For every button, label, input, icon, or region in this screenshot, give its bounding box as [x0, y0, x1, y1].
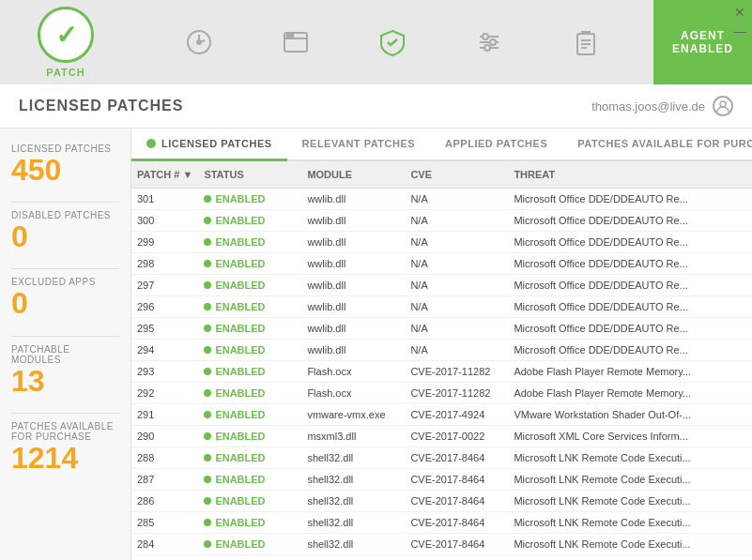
cell-patch-id: 296	[131, 296, 198, 318]
table-row[interactable]: 297 ENABLED wwlib.dll N/A Microsoft Offi…	[131, 275, 752, 296]
cell-status: ENABLED	[198, 491, 301, 512]
table-row[interactable]: 292 ENABLED Flash.ocx CVE-2017-11282 Ado…	[131, 383, 752, 404]
status-text: ENABLED	[215, 344, 265, 356]
user-email: thomas.joos@live.de	[591, 99, 705, 114]
cell-threat: Microsoft LNK Remote Code Executi...	[508, 469, 752, 491]
col-header-patch[interactable]: PATCH # ▼	[131, 161, 198, 189]
window-nav-icon[interactable]	[281, 27, 311, 57]
minimize-button[interactable]: —	[732, 23, 747, 38]
status-dot-icon	[204, 195, 211, 203]
status-dot-icon	[204, 519, 211, 526]
cell-module: shell32.dll	[301, 491, 405, 512]
cell-cve: CVE-2017-8464	[405, 491, 508, 512]
status-text: ENABLED	[215, 236, 265, 248]
excluded-apps-value: 0	[11, 287, 119, 320]
cell-status: ENABLED	[198, 512, 301, 534]
tab-licensed-patches-label: LICENSED PATCHES	[161, 138, 272, 149]
cell-threat: Adobe Flash Player Remote Memory...	[508, 361, 752, 383]
table-row[interactable]: 291 ENABLED vmware-vmx.exe CVE-2017-4924…	[131, 404, 752, 426]
status-dot-icon	[204, 476, 211, 483]
table-row[interactable]: 284 ENABLED shell32.dll CVE-2017-8464 Mi…	[131, 534, 752, 555]
patch-check-icon: ✓	[55, 20, 77, 51]
cell-module: shell32.dll	[301, 469, 405, 491]
table-row[interactable]: 287 ENABLED shell32.dll CVE-2017-8464 Mi…	[131, 469, 752, 491]
app-container: ✓ PATCH	[0, 0, 752, 560]
svg-point-15	[720, 101, 726, 107]
cell-cve: CVE-2017-8464	[405, 555, 508, 561]
table-row[interactable]: 290 ENABLED msxml3.dll CVE-2017-0022 Mic…	[131, 426, 752, 447]
cell-cve: CVE-2017-8464	[405, 469, 508, 491]
patches-table: PATCH # ▼ STATUS MODULE CVE THREAT 301 E…	[131, 161, 752, 560]
table-row[interactable]: 286 ENABLED shell32.dll CVE-2017-8464 Mi…	[131, 491, 752, 512]
status-dot-icon	[204, 368, 211, 375]
close-button[interactable]: ✕	[732, 5, 747, 20]
cell-threat: Microsoft LNK Remote Code Executi...	[508, 491, 752, 512]
cell-threat: Microsoft LNK Remote Code Executi...	[508, 447, 752, 469]
cell-cve: CVE-2017-4924	[405, 404, 508, 426]
cell-cve: N/A	[405, 296, 508, 318]
agent-status: ENABLED	[672, 42, 733, 55]
patch-nav-item[interactable]: ✓ PATCH	[0, 0, 131, 84]
cell-threat: Adobe Flash Player Remote Memory...	[508, 383, 752, 404]
cell-status: ENABLED	[198, 296, 301, 318]
table-header-row: PATCH # ▼ STATUS MODULE CVE THREAT	[131, 161, 752, 189]
svg-point-1	[197, 40, 201, 44]
cell-patch-id: 297	[131, 275, 198, 296]
cell-threat: Microsoft Office DDE/DDEAUTO Re...	[508, 232, 752, 253]
table-container[interactable]: PATCH # ▼ STATUS MODULE CVE THREAT 301 E…	[131, 161, 752, 560]
cell-cve: CVE-2017-11282	[405, 361, 508, 383]
cell-status: ENABLED	[198, 404, 301, 426]
status-text: ENABLED	[215, 258, 265, 269]
cell-status: ENABLED	[198, 555, 301, 561]
status-text: ENABLED	[215, 517, 265, 528]
cell-patch-id: 299	[131, 232, 198, 253]
table-row[interactable]: 295 ENABLED wwlib.dll N/A Microsoft Offi…	[131, 318, 752, 340]
table-row[interactable]: 294 ENABLED wwlib.dll N/A Microsoft Offi…	[131, 340, 752, 361]
tab-relevant-patches-label: RELEVANT PATCHES	[302, 138, 415, 149]
status-dot-icon	[204, 238, 211, 246]
cell-module: wwlib.dll	[301, 340, 405, 361]
cell-cve: N/A	[405, 275, 508, 296]
patchable-modules-label: PATCHABLE MODULES	[11, 344, 119, 365]
table-row[interactable]: 293 ENABLED Flash.ocx CVE-2017-11282 Ado…	[131, 361, 752, 383]
right-panel: LICENSED PATCHES RELEVANT PATCHES APPLIE…	[131, 129, 752, 560]
clipboard-nav-icon[interactable]	[571, 27, 601, 57]
col-header-cve[interactable]: CVE	[405, 161, 508, 189]
table-row[interactable]: 283 ENABLED shell32.dll CVE-2017-8464 Mi…	[131, 555, 752, 561]
cell-status: ENABLED	[198, 189, 301, 210]
table-row[interactable]: 285 ENABLED shell32.dll CVE-2017-8464 Mi…	[131, 512, 752, 534]
table-row[interactable]: 300 ENABLED wwlib.dll N/A Microsoft Offi…	[131, 210, 752, 232]
status-dot-icon	[204, 303, 211, 310]
status-text: ENABLED	[215, 409, 265, 420]
status-dot-icon	[204, 281, 211, 289]
cell-status: ENABLED	[198, 275, 301, 296]
shield-nav-icon[interactable]	[377, 27, 407, 57]
tab-licensed-patches[interactable]: LICENSED PATCHES	[131, 129, 287, 161]
table-row[interactable]: 298 ENABLED wwlib.dll N/A Microsoft Offi…	[131, 253, 752, 275]
patchable-modules-stat: PATCHABLE MODULES 13	[11, 344, 119, 398]
tab-relevant-patches[interactable]: RELEVANT PATCHES	[287, 129, 430, 159]
cell-threat: Microsoft LNK Remote Code Executi...	[508, 534, 752, 555]
table-row[interactable]: 288 ENABLED shell32.dll CVE-2017-8464 Mi…	[131, 447, 752, 469]
tab-patches-available[interactable]: PATCHES AVAILABLE FOR PURCHASE	[562, 129, 752, 159]
cell-cve: N/A	[405, 318, 508, 340]
cell-threat: Microsoft LNK Remote Code Executi...	[508, 512, 752, 534]
disabled-patches-value: 0	[11, 220, 119, 253]
col-header-threat[interactable]: THREAT	[508, 161, 752, 189]
cell-patch-id: 290	[131, 426, 198, 447]
table-row[interactable]: 299 ENABLED wwlib.dll N/A Microsoft Offi…	[131, 232, 752, 253]
disabled-patches-stat: DISABLED PATCHES 0	[11, 210, 119, 253]
dashboard-nav-icon[interactable]	[184, 27, 214, 57]
sliders-nav-icon[interactable]	[474, 27, 504, 57]
cell-threat: Microsoft Office DDE/DDEAUTO Re...	[508, 296, 752, 318]
table-row[interactable]: 301 ENABLED wwlib.dll N/A Microsoft Offi…	[131, 189, 752, 210]
svg-point-10	[484, 45, 490, 51]
patches-available-value: 1214	[11, 442, 119, 475]
excluded-apps-stat: EXCLUDED APPS 0	[11, 277, 119, 320]
cell-patch-id: 300	[131, 210, 198, 232]
svg-point-8	[483, 34, 488, 39]
table-row[interactable]: 296 ENABLED wwlib.dll N/A Microsoft Offi…	[131, 296, 752, 318]
col-header-status[interactable]: STATUS	[198, 161, 301, 189]
col-header-module[interactable]: MODULE	[301, 161, 405, 189]
tab-applied-patches[interactable]: APPLIED PATCHES	[430, 129, 562, 159]
